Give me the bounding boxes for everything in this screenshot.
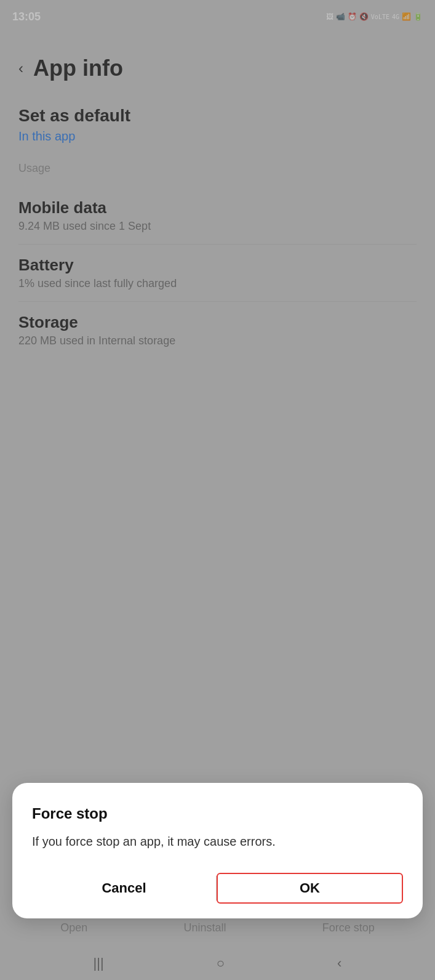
dialog-message: If you force stop an app, it may cause e…: [32, 832, 403, 851]
dialog-cancel-button[interactable]: Cancel: [32, 874, 216, 902]
dialog-ok-button[interactable]: OK: [217, 873, 403, 904]
force-stop-dialog: Force stop If you force stop an app, it …: [12, 783, 423, 918]
dialog-title: Force stop: [32, 805, 403, 822]
dialog-buttons: Cancel OK: [32, 873, 403, 904]
